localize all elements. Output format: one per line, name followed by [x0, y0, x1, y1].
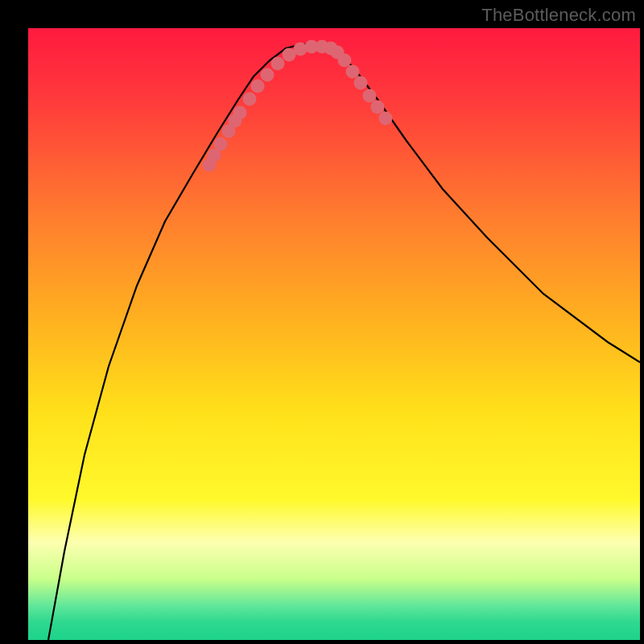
data-point — [371, 101, 385, 114]
data-point — [363, 89, 377, 103]
bottleneck-curve — [28, 28, 640, 640]
chart-frame: TheBottleneck.com — [0, 0, 644, 644]
plot-area — [28, 28, 640, 640]
data-point — [294, 43, 308, 56]
data-point — [271, 57, 285, 71]
data-point — [233, 106, 247, 120]
data-point — [346, 65, 360, 79]
data-point — [354, 76, 368, 90]
data-point — [338, 54, 352, 68]
data-point — [379, 112, 393, 126]
data-point — [214, 138, 228, 151]
data-point — [251, 80, 265, 93]
data-point — [243, 93, 257, 106]
watermark-text: TheBottleneck.com — [481, 5, 636, 26]
data-point — [261, 68, 275, 82]
